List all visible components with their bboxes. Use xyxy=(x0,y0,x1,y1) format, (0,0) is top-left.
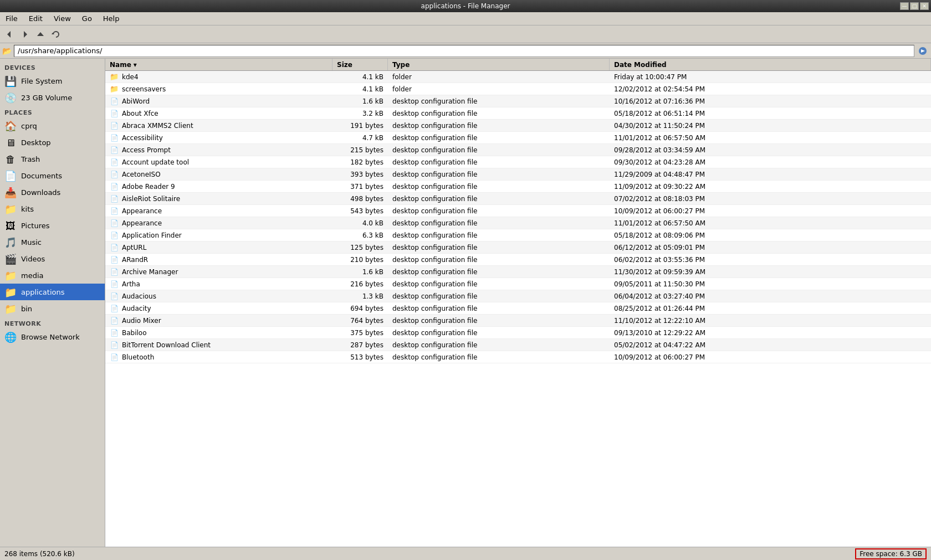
table-row[interactable]: 📄 Audacity 694 bytes desktop configurati… xyxy=(105,302,931,315)
back-button[interactable] xyxy=(2,27,17,42)
file-date: 09/05/2011 at 11:50:30 PM xyxy=(610,279,931,289)
file-name: 📄 AcetoneISO xyxy=(105,169,332,180)
location-icon: 📂 xyxy=(2,47,12,55)
sidebar-item-music[interactable]: 🎵 Music xyxy=(0,234,105,250)
table-row[interactable]: 📄 Adobe Reader 9 371 bytes desktop confi… xyxy=(105,181,931,193)
window-title: applications - File Manager xyxy=(0,2,931,10)
file-name: 📄 Appearance xyxy=(105,205,332,217)
table-row[interactable]: 📄 AisleRiot Solitaire 498 bytes desktop … xyxy=(105,193,931,205)
table-row[interactable]: 📄 Bluetooth 513 bytes desktop configurat… xyxy=(105,351,931,363)
sidebar-item-pictures[interactable]: 🖼 Pictures xyxy=(0,217,105,234)
table-row[interactable]: 📄 Access Prompt 215 bytes desktop config… xyxy=(105,144,931,156)
file-type: desktop configuration file xyxy=(388,243,610,253)
table-row[interactable]: 📄 Appearance 543 bytes desktop configura… xyxy=(105,205,931,217)
table-row[interactable]: 📄 About Xfce 3.2 kB desktop configuratio… xyxy=(105,107,931,120)
table-row[interactable]: 📄 ARandR 210 bytes desktop configuration… xyxy=(105,254,931,266)
sidebar-item-downloads[interactable]: 📥 Downloads xyxy=(0,184,105,201)
table-row[interactable]: 📄 Archive Manager 1.6 kB desktop configu… xyxy=(105,266,931,278)
table-row[interactable]: 📄 Artha 216 bytes desktop configuration … xyxy=(105,278,931,290)
sidebar-item-documents[interactable]: 📄 Documents xyxy=(0,167,105,184)
file-type-icon: 📄 xyxy=(110,219,119,228)
table-row[interactable]: 📄 Accessibility 4.7 kB desktop configura… xyxy=(105,132,931,144)
file-size: 543 bytes xyxy=(332,206,388,216)
table-row[interactable]: 📄 BitTorrent Download Client 287 bytes d… xyxy=(105,339,931,351)
file-type: folder xyxy=(388,84,610,94)
file-type-icon: 📄 xyxy=(110,97,119,106)
file-date: 11/30/2012 at 09:59:39 AM xyxy=(610,267,931,277)
table-row[interactable]: 📁 screensavers 4.1 kB folder 12/02/2012 … xyxy=(105,83,931,95)
table-row[interactable]: 📄 Account update tool 182 bytes desktop … xyxy=(105,156,931,168)
close-button[interactable]: ✕ xyxy=(920,2,929,10)
file-type-icon: 📄 xyxy=(110,316,119,325)
table-row[interactable]: 📄 AcetoneISO 393 bytes desktop configura… xyxy=(105,168,931,181)
sidebar-item-trash[interactable]: 🗑 Trash xyxy=(0,151,105,167)
sidebar-item-browse-network[interactable]: 🌐 Browse Network xyxy=(0,328,105,345)
table-row[interactable]: 📄 Audio Mixer 764 bytes desktop configur… xyxy=(105,315,931,327)
sidebar-item-pictures-label: Pictures xyxy=(21,222,49,230)
svg-marker-2 xyxy=(37,32,44,36)
sidebar-item-applications[interactable]: 📁 applications xyxy=(0,284,105,300)
file-date: 10/09/2012 at 06:00:27 PM xyxy=(610,206,931,216)
file-type: desktop configuration file xyxy=(388,267,610,277)
kits-icon: 📁 xyxy=(4,203,17,215)
table-row[interactable]: 📄 AbiWord 1.6 kB desktop configuration f… xyxy=(105,95,931,107)
sidebar-item-file-system[interactable]: 💾 File System xyxy=(0,73,105,89)
table-row[interactable]: 📄 AptURL 125 bytes desktop configuration… xyxy=(105,242,931,254)
file-date: 10/16/2012 at 07:16:36 PM xyxy=(610,96,931,106)
sidebar-item-kits[interactable]: 📁 kits xyxy=(0,201,105,217)
up-button[interactable] xyxy=(33,27,48,42)
table-row[interactable]: 📄 Audacious 1.3 kB desktop configuration… xyxy=(105,290,931,302)
column-header-type[interactable]: Type xyxy=(388,59,610,70)
file-name: 📁 screensavers xyxy=(105,84,332,95)
sidebar-item-desktop[interactable]: 🖥 Desktop xyxy=(0,134,105,151)
menu-edit[interactable]: Edit xyxy=(25,13,46,24)
file-name: 📄 Archive Manager xyxy=(105,266,332,278)
go-button[interactable] xyxy=(917,45,929,57)
menu-view[interactable]: View xyxy=(50,13,74,24)
file-type: desktop configuration file xyxy=(388,328,610,338)
file-type: desktop configuration file xyxy=(388,304,610,314)
file-date: 09/13/2010 at 12:29:22 AM xyxy=(610,328,931,338)
sidebar-item-media[interactable]: 📁 media xyxy=(0,267,105,284)
column-header-name[interactable]: Name ▾ xyxy=(105,59,332,70)
address-input[interactable]: /usr/share/applications/ xyxy=(14,45,914,57)
file-type: desktop configuration file xyxy=(388,96,610,106)
titlebar: applications - File Manager — □ ✕ xyxy=(0,0,931,12)
table-row[interactable]: 📄 Babiloo 375 bytes desktop configuratio… xyxy=(105,327,931,339)
file-date: 10/09/2012 at 06:00:27 PM xyxy=(610,352,931,362)
file-size: 498 bytes xyxy=(332,194,388,204)
reload-button[interactable] xyxy=(49,27,63,42)
documents-icon: 📄 xyxy=(4,169,17,182)
table-row[interactable]: 📄 Appearance 4.0 kB desktop configuratio… xyxy=(105,217,931,229)
sidebar-item-23gb[interactable]: 💿 23 GB Volume xyxy=(0,89,105,106)
sidebar-item-home[interactable]: 🏠 cprq xyxy=(0,117,105,134)
sidebar-item-videos[interactable]: 🎬 Videos xyxy=(0,250,105,267)
menu-file[interactable]: File xyxy=(2,13,21,24)
file-name: 📄 AptURL xyxy=(105,242,332,253)
menu-help[interactable]: Help xyxy=(100,13,123,24)
file-size: 4.0 kB xyxy=(332,218,388,228)
file-date: 06/02/2012 at 03:55:36 PM xyxy=(610,255,931,265)
file-type-icon: 📄 xyxy=(110,194,119,203)
table-row[interactable]: 📁 kde4 4.1 kB folder Friday at 10:00:47 … xyxy=(105,71,931,83)
maximize-button[interactable]: □ xyxy=(910,2,919,10)
menu-go[interactable]: Go xyxy=(79,13,95,24)
table-row[interactable]: 📄 Application Finder 6.3 kB desktop conf… xyxy=(105,229,931,242)
minimize-button[interactable]: — xyxy=(900,2,909,10)
sidebar-item-bin-label: bin xyxy=(21,305,32,313)
sidebar-item-browse-network-label: Browse Network xyxy=(21,333,80,341)
column-header-size[interactable]: Size xyxy=(332,59,388,70)
file-name: 📄 Adobe Reader 9 xyxy=(105,181,332,192)
forward-button[interactable] xyxy=(18,27,32,42)
file-size: 210 bytes xyxy=(332,255,388,265)
status-items-count: 268 items (520.6 kB) xyxy=(4,550,851,558)
file-date: 04/30/2012 at 11:50:24 PM xyxy=(610,121,931,131)
file-type-icon: 📄 xyxy=(110,292,119,301)
pictures-icon: 🖼 xyxy=(4,219,17,232)
sidebar-item-bin[interactable]: 📁 bin xyxy=(0,300,105,317)
column-header-date[interactable]: Date Modified xyxy=(610,59,931,70)
file-date: 11/01/2012 at 06:57:50 AM xyxy=(610,218,931,228)
sidebar-item-applications-label: applications xyxy=(21,288,64,296)
filelist-container: Name ▾ Size Type Date Modified 📁 kde4 4.… xyxy=(105,59,931,547)
table-row[interactable]: 📄 Abraca XMMS2 Client 191 bytes desktop … xyxy=(105,120,931,132)
